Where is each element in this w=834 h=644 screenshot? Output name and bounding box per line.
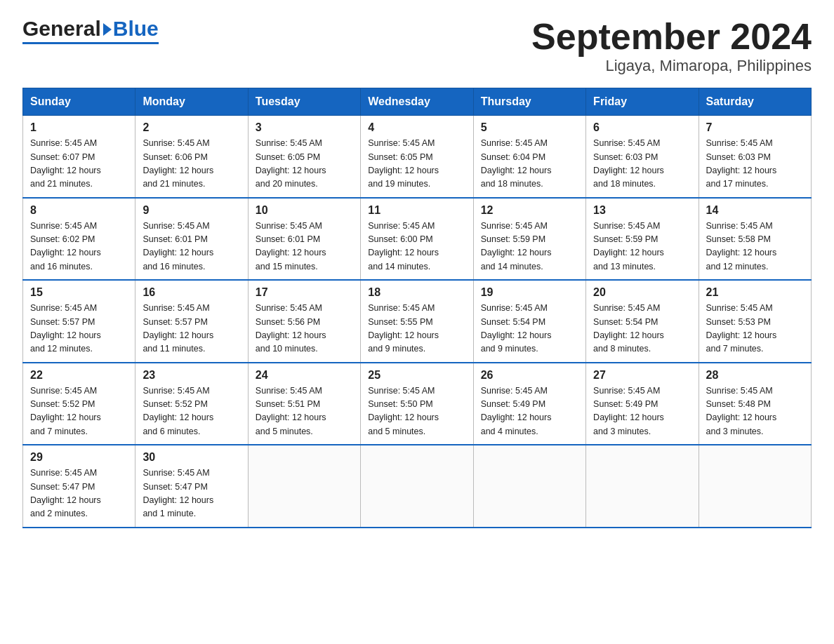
calendar-cell: 19Sunrise: 5:45 AMSunset: 5:54 PMDayligh… [473,280,585,363]
day-info: Sunrise: 5:45 AMSunset: 6:01 PMDaylight:… [143,220,240,274]
calendar-week-row: 22Sunrise: 5:45 AMSunset: 5:52 PMDayligh… [23,363,812,445]
calendar-cell: 10Sunrise: 5:45 AMSunset: 6:01 PMDayligh… [248,198,360,281]
day-info: Sunrise: 5:45 AMSunset: 5:49 PMDaylight:… [593,384,691,439]
calendar-cell: 25Sunrise: 5:45 AMSunset: 5:50 PMDayligh… [361,363,473,445]
calendar-body: 1Sunrise: 5:45 AMSunset: 6:07 PMDaylight… [23,116,812,528]
calendar-cell: 15Sunrise: 5:45 AMSunset: 5:57 PMDayligh… [23,280,135,363]
day-number: 8 [30,204,128,217]
day-info: Sunrise: 5:45 AMSunset: 6:01 PMDaylight:… [256,220,353,274]
calendar-title: September 2024 [531,17,812,57]
calendar-cell: 6Sunrise: 5:45 AMSunset: 6:03 PMDaylight… [586,116,699,198]
day-info: Sunrise: 5:45 AMSunset: 6:07 PMDaylight:… [30,137,128,192]
calendar-cell: 20Sunrise: 5:45 AMSunset: 5:54 PMDayligh… [586,280,699,363]
calendar-cell: 11Sunrise: 5:45 AMSunset: 6:00 PMDayligh… [361,198,473,281]
day-number: 25 [368,369,465,382]
day-number: 20 [593,286,691,299]
calendar-cell [473,445,585,528]
day-number: 14 [706,204,804,217]
day-number: 15 [30,286,128,299]
day-number: 5 [481,121,578,134]
day-number: 26 [481,369,578,382]
header: General Blue September 2024 Ligaya, Mima… [22,17,812,75]
day-number: 29 [30,451,128,464]
calendar-header-friday: Friday [586,88,699,116]
day-number: 17 [256,286,353,299]
calendar-header: SundayMondayTuesdayWednesdayThursdayFrid… [23,88,812,116]
calendar-cell: 27Sunrise: 5:45 AMSunset: 5:49 PMDayligh… [586,363,699,445]
day-number: 21 [706,286,804,299]
calendar-week-row: 15Sunrise: 5:45 AMSunset: 5:57 PMDayligh… [23,280,812,363]
calendar-cell: 30Sunrise: 5:45 AMSunset: 5:47 PMDayligh… [135,445,248,528]
day-info: Sunrise: 5:45 AMSunset: 5:55 PMDaylight:… [368,302,465,356]
day-info: Sunrise: 5:45 AMSunset: 5:54 PMDaylight:… [481,302,578,356]
day-number: 7 [706,121,804,134]
calendar-cell: 8Sunrise: 5:45 AMSunset: 6:02 PMDaylight… [23,198,135,281]
day-info: Sunrise: 5:45 AMSunset: 5:52 PMDaylight:… [30,384,128,439]
day-info: Sunrise: 5:45 AMSunset: 5:59 PMDaylight:… [593,220,691,274]
calendar-cell: 5Sunrise: 5:45 AMSunset: 6:04 PMDaylight… [473,116,585,198]
calendar-cell: 13Sunrise: 5:45 AMSunset: 5:59 PMDayligh… [586,198,699,281]
day-info: Sunrise: 5:45 AMSunset: 6:05 PMDaylight:… [256,137,353,192]
calendar-cell: 29Sunrise: 5:45 AMSunset: 5:47 PMDayligh… [23,445,135,528]
day-info: Sunrise: 5:45 AMSunset: 5:53 PMDaylight:… [706,302,804,356]
calendar-header-wednesday: Wednesday [361,88,473,116]
day-info: Sunrise: 5:45 AMSunset: 5:47 PMDaylight:… [143,467,240,521]
calendar-cell: 24Sunrise: 5:45 AMSunset: 5:51 PMDayligh… [248,363,360,445]
logo-general-text: General [22,17,101,41]
day-info: Sunrise: 5:45 AMSunset: 5:56 PMDaylight:… [256,302,353,356]
title-block: September 2024 Ligaya, Mimaropa, Philipp… [531,17,812,75]
day-info: Sunrise: 5:45 AMSunset: 6:03 PMDaylight:… [593,137,691,192]
day-info: Sunrise: 5:45 AMSunset: 5:54 PMDaylight:… [593,302,691,356]
day-number: 11 [368,204,465,217]
calendar-cell: 17Sunrise: 5:45 AMSunset: 5:56 PMDayligh… [248,280,360,363]
calendar-cell: 2Sunrise: 5:45 AMSunset: 6:06 PMDaylight… [135,116,248,198]
day-info: Sunrise: 5:45 AMSunset: 5:49 PMDaylight:… [481,384,578,439]
calendar-cell [248,445,360,528]
day-number: 22 [30,369,128,382]
day-number: 13 [593,204,691,217]
calendar-cell: 21Sunrise: 5:45 AMSunset: 5:53 PMDayligh… [699,280,811,363]
calendar-cell: 7Sunrise: 5:45 AMSunset: 6:03 PMDaylight… [699,116,811,198]
calendar-cell: 14Sunrise: 5:45 AMSunset: 5:58 PMDayligh… [699,198,811,281]
calendar-week-row: 8Sunrise: 5:45 AMSunset: 6:02 PMDaylight… [23,198,812,281]
calendar-header-sunday: Sunday [23,88,135,116]
day-number: 6 [593,121,691,134]
day-number: 9 [143,204,240,217]
day-info: Sunrise: 5:45 AMSunset: 5:57 PMDaylight:… [30,302,128,356]
calendar-cell: 9Sunrise: 5:45 AMSunset: 6:01 PMDaylight… [135,198,248,281]
day-number: 12 [481,204,578,217]
day-info: Sunrise: 5:45 AMSunset: 5:50 PMDaylight:… [368,384,465,439]
calendar-cell: 26Sunrise: 5:45 AMSunset: 5:49 PMDayligh… [473,363,585,445]
day-number: 23 [143,369,240,382]
page: General Blue September 2024 Ligaya, Mima… [0,0,834,551]
day-info: Sunrise: 5:45 AMSunset: 5:57 PMDaylight:… [143,302,240,356]
day-info: Sunrise: 5:45 AMSunset: 6:04 PMDaylight:… [481,137,578,192]
day-info: Sunrise: 5:45 AMSunset: 5:58 PMDaylight:… [706,220,804,274]
logo-underline [22,42,159,44]
calendar-cell: 22Sunrise: 5:45 AMSunset: 5:52 PMDayligh… [23,363,135,445]
calendar-week-row: 1Sunrise: 5:45 AMSunset: 6:07 PMDaylight… [23,116,812,198]
calendar-header-thursday: Thursday [473,88,585,116]
calendar-cell [699,445,811,528]
day-info: Sunrise: 5:45 AMSunset: 5:48 PMDaylight:… [706,384,804,439]
day-number: 16 [143,286,240,299]
day-number: 10 [256,204,353,217]
day-info: Sunrise: 5:45 AMSunset: 6:00 PMDaylight:… [368,220,465,274]
day-number: 30 [143,451,240,464]
day-info: Sunrise: 5:45 AMSunset: 6:02 PMDaylight:… [30,220,128,274]
calendar-cell: 4Sunrise: 5:45 AMSunset: 6:05 PMDaylight… [361,116,473,198]
day-number: 2 [143,121,240,134]
calendar-cell: 12Sunrise: 5:45 AMSunset: 5:59 PMDayligh… [473,198,585,281]
day-number: 24 [256,369,353,382]
day-info: Sunrise: 5:45 AMSunset: 5:59 PMDaylight:… [481,220,578,274]
logo-blue-text: Blue [113,17,159,41]
day-number: 19 [481,286,578,299]
calendar-cell [361,445,473,528]
calendar-cell [586,445,699,528]
day-info: Sunrise: 5:45 AMSunset: 5:47 PMDaylight:… [30,467,128,521]
calendar-cell: 16Sunrise: 5:45 AMSunset: 5:57 PMDayligh… [135,280,248,363]
day-number: 4 [368,121,465,134]
calendar-header-saturday: Saturday [699,88,811,116]
calendar-header-tuesday: Tuesday [248,88,360,116]
day-info: Sunrise: 5:45 AMSunset: 6:03 PMDaylight:… [706,137,804,192]
